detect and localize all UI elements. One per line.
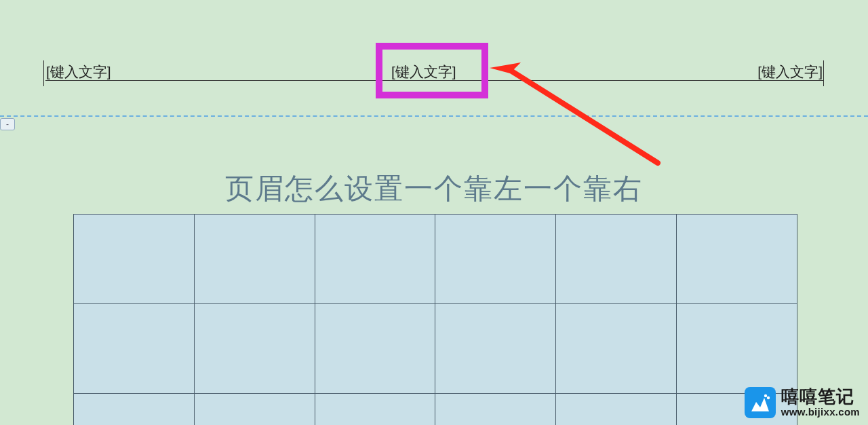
table-cell[interactable]	[435, 394, 556, 426]
table-cell[interactable]	[74, 394, 195, 426]
watermark-url: www.bijixx.com	[781, 407, 860, 418]
watermark: 嘻嘻笔记 www.bijixx.com	[745, 387, 860, 418]
table-cell[interactable]	[315, 304, 435, 394]
watermark-logo-icon	[745, 387, 776, 418]
svg-marker-0	[490, 62, 521, 73]
table-cell[interactable]	[556, 394, 677, 426]
table-cell[interactable]	[435, 215, 556, 304]
table-cell[interactable]	[677, 304, 797, 394]
table-cell[interactable]	[556, 215, 677, 304]
svg-point-1	[764, 394, 767, 397]
content-table[interactable]	[73, 214, 797, 425]
table-cell[interactable]	[74, 304, 195, 394]
table-cell[interactable]	[194, 394, 315, 426]
table-row	[74, 215, 797, 304]
table-row	[74, 304, 797, 394]
table-cell[interactable]	[194, 304, 315, 394]
header-left-field[interactable]: [键入文字]	[46, 62, 111, 81]
table-cell[interactable]	[194, 215, 315, 304]
document-header-area: [键入文字] [键入文字] [键入文字]	[0, 0, 868, 58]
svg-point-2	[767, 396, 770, 399]
table-cell[interactable]	[315, 215, 435, 304]
table-cell[interactable]	[677, 215, 797, 304]
table-cell[interactable]	[74, 215, 195, 304]
content-table-container	[73, 214, 797, 425]
table-cell[interactable]	[435, 304, 556, 394]
page-title: 页眉怎么设置一个靠左一个靠右	[225, 170, 643, 208]
table-cell[interactable]	[315, 394, 435, 426]
table-row	[74, 394, 797, 426]
header-right-field[interactable]: [键入文字]	[757, 62, 823, 81]
header-boundary-line	[0, 115, 868, 117]
watermark-text: 嘻嘻笔记 www.bijixx.com	[781, 387, 860, 418]
watermark-brand: 嘻嘻笔记	[781, 387, 860, 407]
table-cell[interactable]	[556, 304, 677, 394]
highlight-box	[376, 43, 488, 98]
margin-tab-marker[interactable]: -	[0, 118, 15, 130]
